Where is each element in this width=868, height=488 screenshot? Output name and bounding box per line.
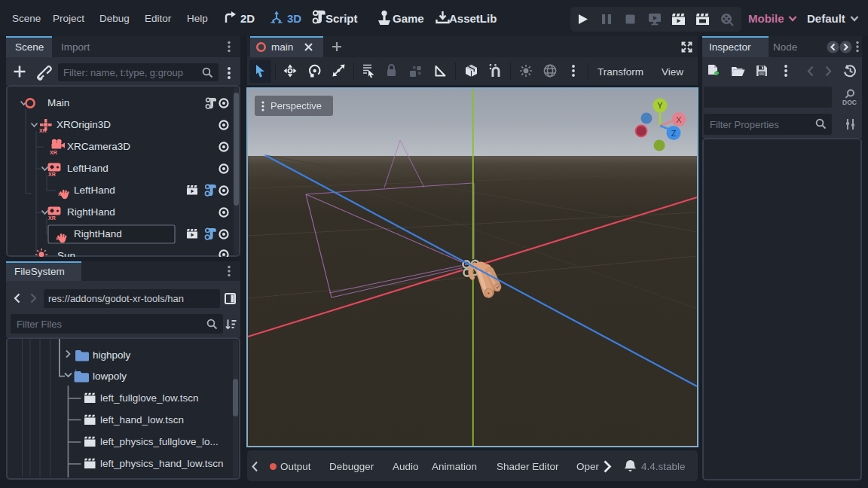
svg-text:XR: XR <box>50 150 57 155</box>
svg-text:XR: XR <box>39 128 47 133</box>
svg-text:X: X <box>676 115 682 124</box>
svg-text:XR?: XR? <box>58 192 67 197</box>
svg-text:XR: XR <box>48 172 56 177</box>
svg-text:Y: Y <box>657 101 663 110</box>
svg-text:XR: XR <box>48 215 56 221</box>
svg-text:XR?: XR? <box>56 236 65 241</box>
svg-text:DOC: DOC <box>842 99 857 106</box>
svg-text:Z: Z <box>671 129 677 138</box>
